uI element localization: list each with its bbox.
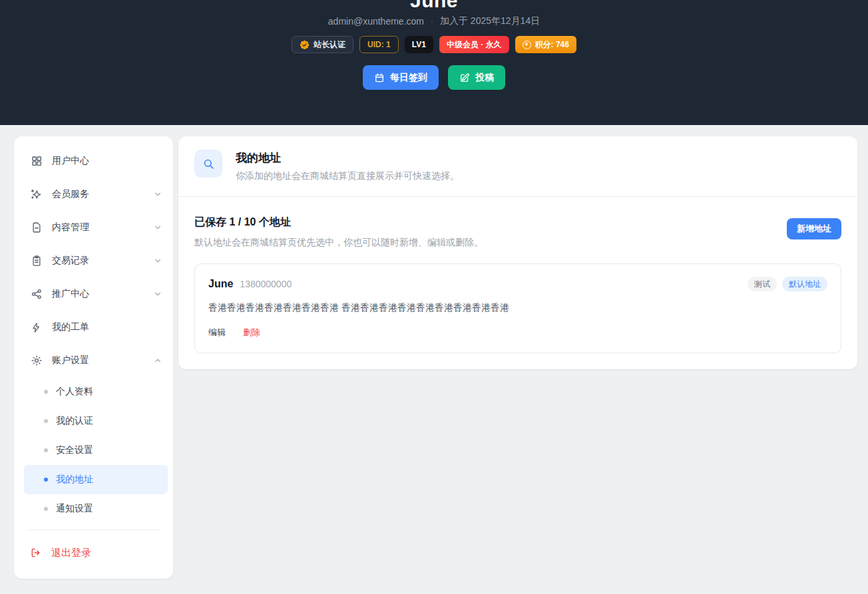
page-subtitle: 你添加的地址会在商城结算页直接展示并可快速选择。 xyxy=(236,170,459,182)
saved-count-desc: 默认地址会在商城结算页优先选中，你也可以随时新增、编辑或删除。 xyxy=(194,237,841,249)
daily-checkin-button[interactable]: 每日签到 xyxy=(363,65,439,90)
saved-count-title: 已保存 1 / 10 个地址 xyxy=(194,216,841,229)
gear-icon xyxy=(30,355,43,367)
sidebar-subitem-label: 个人资料 xyxy=(56,386,93,398)
cert-badge: 站长认证 xyxy=(292,36,353,53)
sidebar-item-promotion-center[interactable]: 推广中心 xyxy=(14,277,173,311)
submit-post-label: 投稿 xyxy=(475,72,494,84)
sidebar-divider xyxy=(27,529,160,530)
joined-date: 加入于 2025年12月14日 xyxy=(440,15,540,27)
sidebar-subitem-label: 我的地址 xyxy=(56,474,93,486)
page-body: 用户中心 会员服务 内容管理 xyxy=(0,125,868,579)
bullet-dot-icon xyxy=(44,448,48,452)
address-card-header: June 1380000000 测试 默认地址 xyxy=(208,277,827,291)
user-email: admin@xuntheme.com xyxy=(328,16,424,27)
uid-badge: UID: 1 xyxy=(359,36,399,53)
sidebar-item-my-tickets[interactable]: 我的工单 xyxy=(14,311,173,344)
address-contact-phone: 1380000000 xyxy=(240,279,292,289)
page-title: 我的地址 xyxy=(236,150,459,166)
sidebar-item-label: 用户中心 xyxy=(52,155,162,167)
sidebar: 用户中心 会员服务 内容管理 xyxy=(14,136,173,579)
sidebar-subitem-label: 通知设置 xyxy=(56,503,93,515)
bullet-dot-icon xyxy=(44,419,48,423)
chevron-down-icon xyxy=(153,223,162,232)
share-icon xyxy=(30,288,43,301)
sidebar-item-content-management[interactable]: 内容管理 xyxy=(14,211,173,244)
sidebar-subitem-my-certification[interactable]: 我的认证 xyxy=(24,406,168,436)
page-header: 我的地址 你添加的地址会在商城结算页直接展示并可快速选择。 xyxy=(178,136,857,197)
member-badge: 中级会员 · 永久 xyxy=(439,36,509,53)
sidebar-subitem-label: 我的认证 xyxy=(56,415,93,427)
bullet-dot-icon xyxy=(44,478,48,482)
calendar-icon xyxy=(374,73,385,83)
address-section: 已保存 1 / 10 个地址 默认地址会在商城结算页优先选中，你也可以随时新增、… xyxy=(178,197,857,369)
sidebar-item-label: 账户设置 xyxy=(52,355,144,367)
points-badge: ¥ 积分: 746 xyxy=(515,36,576,53)
address-tag-badge: 测试 xyxy=(748,277,777,291)
badge-row: 站长认证 UID: 1 LV1 中级会员 · 永久 ¥ 积分: 746 xyxy=(292,36,576,53)
edit-pen-icon xyxy=(459,73,470,83)
sparkles-icon xyxy=(30,188,43,201)
address-text: 香港香港香港香港香港香港香港 香港香港香港香港香港香港香港香港香港 xyxy=(208,302,827,314)
bullet-dot-icon xyxy=(44,507,48,511)
sidebar-item-transactions[interactable]: 交易记录 xyxy=(14,244,173,277)
sidebar-subitem-my-address[interactable]: 我的地址 xyxy=(24,465,168,494)
logout-icon xyxy=(30,547,42,559)
sidebar-subitem-notification-settings[interactable]: 通知设置 xyxy=(24,494,168,523)
sidebar-subitem-security-settings[interactable]: 安全设置 xyxy=(24,436,168,465)
meta-separator: · xyxy=(431,17,433,26)
page-header-text: 我的地址 你添加的地址会在商城结算页直接展示并可快速选择。 xyxy=(236,150,459,182)
main-panel: 我的地址 你添加的地址会在商城结算页直接展示并可快速选择。 已保存 1 / 10… xyxy=(178,136,857,369)
bolt-icon xyxy=(30,321,43,334)
cert-badge-label: 站长认证 xyxy=(314,39,345,51)
rosette-check-icon xyxy=(300,40,310,50)
delete-address-link[interactable]: 删除 xyxy=(243,327,260,339)
document-icon xyxy=(30,222,43,234)
grid-icon xyxy=(30,155,43,168)
search-icon xyxy=(194,150,222,178)
address-actions: 编辑 删除 xyxy=(208,327,827,339)
sidebar-item-member-services[interactable]: 会员服务 xyxy=(14,178,173,211)
default-address-badge: 默认地址 xyxy=(782,277,827,291)
address-card: June 1380000000 测试 默认地址 香港香港香港香港香港香港香港 香… xyxy=(194,263,841,353)
hero-actions: 每日签到 投稿 xyxy=(363,65,505,90)
logout-button[interactable]: 退出登录 xyxy=(14,536,173,569)
address-badges: 测试 默认地址 xyxy=(748,277,827,291)
clipboard-icon xyxy=(30,255,43,267)
sidebar-subitem-label: 安全设置 xyxy=(56,444,93,456)
sidebar-item-account-settings[interactable]: 账户设置 xyxy=(14,344,173,377)
bullet-dot-icon xyxy=(44,390,48,394)
submit-post-button[interactable]: 投稿 xyxy=(448,65,505,90)
add-address-button[interactable]: 新增地址 xyxy=(787,218,841,239)
sidebar-item-label: 交易记录 xyxy=(52,255,144,267)
sidebar-item-label: 会员服务 xyxy=(52,188,144,200)
sidebar-item-label: 推广中心 xyxy=(52,288,144,300)
sidebar-item-label: 内容管理 xyxy=(52,222,144,233)
profile-hero: June admin@xuntheme.com · 加入于 2025年12月14… xyxy=(0,0,868,125)
username-title: June xyxy=(410,0,458,11)
chevron-up-icon xyxy=(153,356,162,365)
profile-meta: admin@xuntheme.com · 加入于 2025年12月14日 xyxy=(328,15,540,27)
coin-icon: ¥ xyxy=(523,41,531,49)
chevron-down-icon xyxy=(153,289,162,299)
edit-address-link[interactable]: 编辑 xyxy=(208,327,226,339)
level-badge: LV1 xyxy=(405,36,433,53)
chevron-down-icon xyxy=(153,256,162,265)
chevron-down-icon xyxy=(153,190,162,199)
sidebar-item-user-center[interactable]: 用户中心 xyxy=(14,144,173,178)
points-badge-label: 积分: 746 xyxy=(535,39,569,51)
sidebar-subitem-profile[interactable]: 个人资料 xyxy=(24,377,168,406)
address-contact-name: June xyxy=(208,278,233,290)
sidebar-item-label: 我的工单 xyxy=(52,321,162,333)
logout-label: 退出登录 xyxy=(51,547,91,559)
daily-checkin-label: 每日签到 xyxy=(390,72,427,84)
